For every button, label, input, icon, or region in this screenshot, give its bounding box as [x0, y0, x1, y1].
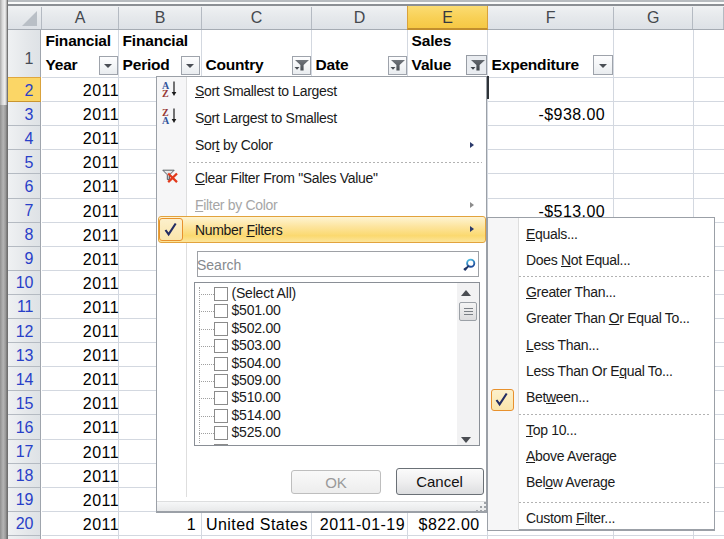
svg-text:Z: Z [162, 88, 169, 99]
svg-text:A: A [162, 115, 170, 126]
